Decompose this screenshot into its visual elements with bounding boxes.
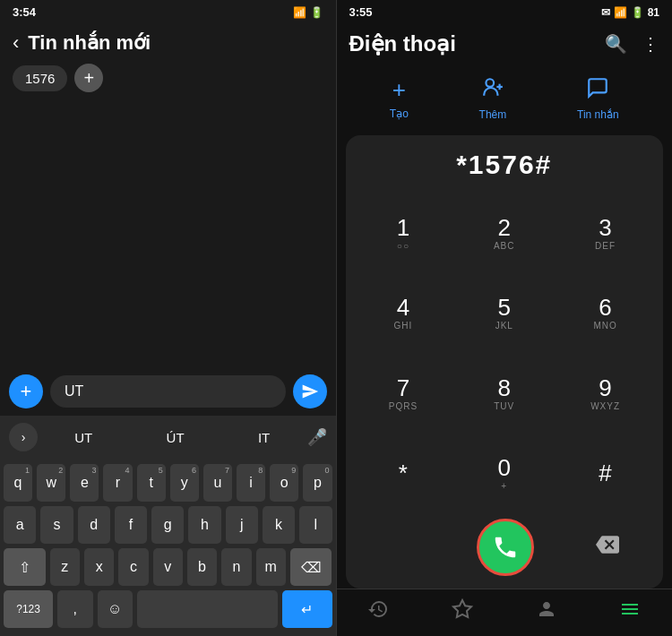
svg-marker-3 (453, 600, 471, 617)
bottom-nav (337, 589, 673, 636)
quick-actions: + Tạo Thêm Tin nhắn (337, 67, 673, 135)
keyboard-row-4: ?123 , ☺ ↵ (4, 590, 332, 628)
dial-key-hash[interactable]: # (556, 435, 654, 512)
add-icon: + (84, 68, 95, 89)
right-battery-icon: 🔋 (631, 6, 644, 19)
key-b[interactable]: b (187, 548, 217, 586)
recipient-bar: 1576 + (13, 64, 323, 92)
add-contact-label: Thêm (479, 108, 507, 121)
key-r[interactable]: 4r (103, 464, 132, 502)
left-time: 3:54 (13, 5, 36, 19)
right-title: Điện thoại (349, 31, 456, 56)
dialer-actions (355, 511, 655, 580)
message-label: Tin nhắn (577, 108, 619, 121)
nav-contacts[interactable] (536, 598, 557, 625)
attachment-button[interactable]: + (9, 374, 43, 408)
key-s[interactable]: s (40, 506, 73, 544)
key-p[interactable]: 0p (303, 464, 332, 502)
right-signal-icon: 📶 (614, 6, 627, 19)
dial-key-4[interactable]: 4 GHI (355, 275, 452, 352)
key-z[interactable]: z (50, 548, 80, 586)
right-status-bar: 3:55 ✉ 📶 🔋 81 (337, 0, 673, 24)
right-panel: 3:55 ✉ 📶 🔋 81 Điện thoại 🔍 ⋮ + Tạo Thêm (337, 0, 673, 636)
message-area (0, 105, 336, 367)
key-a[interactable]: a (4, 506, 36, 544)
suggestion-ut[interactable]: UT (64, 426, 103, 449)
keyboard-row-3: ⇧ z x c v b n m ⌫ (4, 548, 332, 586)
key-f[interactable]: f (115, 506, 147, 544)
dial-key-0[interactable]: 0 + (455, 435, 553, 512)
key-x[interactable]: x (84, 548, 114, 586)
key-w[interactable]: 2w (37, 464, 65, 502)
back-button[interactable]: ‹ (13, 31, 19, 55)
dial-key-star[interactable]: * (355, 435, 452, 512)
recipient-value: 1576 (25, 71, 55, 86)
nav-favorites[interactable] (452, 598, 473, 625)
add-recipient-button[interactable]: + (74, 64, 103, 92)
key-y[interactable]: 6y (170, 464, 199, 502)
suggestion-it[interactable]: IT (247, 426, 280, 449)
dialer-container: *1576# 1 ○○ 2 ABC 3 DEF 4 GHI (346, 135, 664, 589)
create-action[interactable]: + Tạo (390, 76, 409, 121)
key-e[interactable]: 3e (70, 464, 99, 502)
call-button[interactable] (477, 519, 534, 576)
left-battery-icon: 🔋 (310, 6, 323, 19)
dialer-display: *1576# (355, 150, 655, 180)
key-k[interactable]: k (263, 506, 295, 544)
more-options-button[interactable]: ⋮ (642, 33, 659, 55)
send-icon (301, 382, 319, 400)
keyboard: 1q 2w 3e 4r 5t 6y 7u 8i 9o 0p a s d f g … (0, 459, 336, 636)
input-row: + (0, 367, 336, 416)
delete-key[interactable]: ⌫ (290, 548, 332, 586)
plus-icon: + (21, 380, 32, 403)
send-button[interactable] (293, 374, 327, 408)
create-label: Tạo (390, 107, 409, 120)
suggestion-ut2[interactable]: ÚT (156, 426, 195, 449)
enter-key[interactable]: ↵ (282, 590, 332, 628)
key-n[interactable]: n (221, 548, 251, 586)
sym-key[interactable]: ?123 (4, 590, 53, 628)
message-action[interactable]: Tin nhắn (577, 76, 619, 121)
search-button[interactable]: 🔍 (605, 33, 627, 55)
nav-keypad[interactable] (619, 598, 641, 625)
shift-key[interactable]: ⇧ (4, 548, 46, 586)
key-c[interactable]: c (118, 548, 148, 586)
key-u[interactable]: 7u (203, 464, 232, 502)
backspace-icon (596, 533, 619, 556)
comma-key[interactable]: , (57, 590, 92, 628)
dial-key-1[interactable]: 1 ○○ (355, 194, 452, 271)
dialer-grid: 1 ○○ 2 ABC 3 DEF 4 GHI 5 JKL (355, 194, 655, 511)
dial-key-6[interactable]: 6 MNO (556, 275, 654, 352)
recipient-chip[interactable]: 1576 (13, 65, 67, 91)
svg-point-0 (486, 79, 494, 87)
right-time: 3:55 (349, 5, 373, 19)
dial-key-2[interactable]: 2 ABC (455, 194, 553, 271)
phone-icon (492, 534, 519, 561)
key-j[interactable]: j (226, 506, 258, 544)
nav-recents[interactable] (367, 598, 389, 625)
left-signal-icon: 📶 (293, 6, 306, 19)
key-v[interactable]: v (153, 548, 183, 586)
dial-key-7[interactable]: 7 PQRS (355, 355, 452, 432)
key-g[interactable]: g (151, 506, 184, 544)
dial-key-5[interactable]: 5 JKL (455, 275, 553, 352)
message-input[interactable] (50, 375, 286, 408)
key-q[interactable]: 1q (4, 464, 32, 502)
key-o[interactable]: 9o (270, 464, 298, 502)
add-contact-action[interactable]: Thêm (479, 76, 507, 121)
dialer-delete-button[interactable] (589, 526, 626, 569)
key-h[interactable]: h (188, 506, 220, 544)
key-t[interactable]: 5t (137, 464, 166, 502)
key-m[interactable]: m (256, 548, 286, 586)
dial-key-3[interactable]: 3 DEF (556, 194, 654, 271)
mic-button[interactable]: 🎤 (307, 427, 327, 447)
key-i[interactable]: 8i (237, 464, 265, 502)
dial-key-9[interactable]: 9 WXYZ (556, 355, 654, 432)
dial-key-8[interactable]: 8 TUV (455, 355, 553, 432)
expand-suggestions-button[interactable]: › (9, 423, 38, 451)
emoji-key[interactable]: ☺ (98, 590, 133, 628)
key-l[interactable]: l (299, 506, 332, 544)
space-key[interactable] (137, 590, 279, 628)
battery-level: 81 (648, 6, 659, 19)
key-d[interactable]: d (78, 506, 110, 544)
